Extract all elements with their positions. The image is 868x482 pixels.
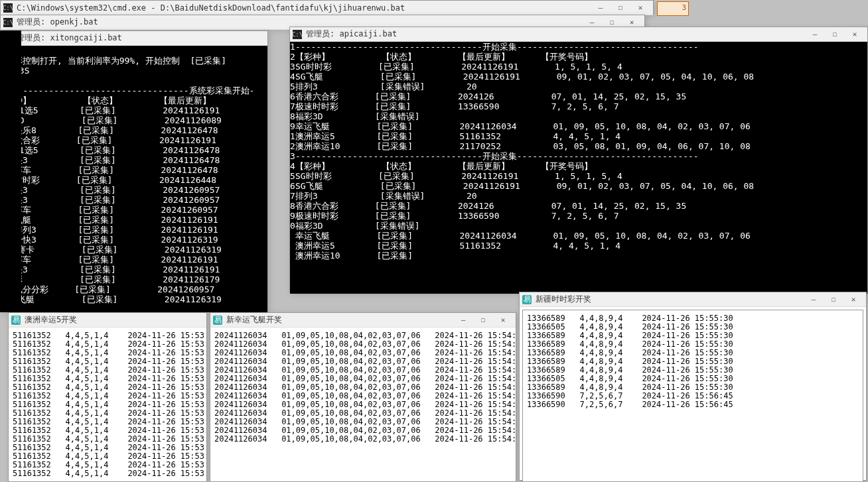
minimize-button[interactable]: —	[453, 314, 473, 327]
window-xinjiangssc[interactable]: 易 新疆时时彩开奖 — ☐ ✕ 13366589 4,4,8,9,4 2024-…	[519, 292, 867, 481]
maximize-button[interactable]: ☐	[611, 1, 630, 15]
close-button[interactable]: ✕	[845, 28, 865, 41]
titlebar-jihuarenwu[interactable]: C:\ C:\Windows\system32\cmd.exe - D:\Bai…	[1, 1, 653, 15]
titlebar-xinxingyunfeiting[interactable]: 易 新幸运飞艇开奖 — ☐ ✕	[210, 313, 516, 328]
window-xitongcaiji[interactable]: C:\ 管理员: xitongcaiji.bat 采集 未眠系统彩控制打开, 当…	[0, 30, 268, 312]
console-xitongcaiji[interactable]: 采集 未眠系统彩控制打开, 当前利润率为99%, 开始控制 [已采集] 采眠 休…	[0, 46, 267, 312]
window-xinxingyunfeiting[interactable]: 易 新幸运飞艇开奖 — ☐ ✕ 20241126034 01,09,05,10,…	[210, 312, 516, 482]
app-icon: 易	[11, 316, 21, 325]
title-xitongcaiji: 管理员: xitongcaiji.bat	[17, 32, 265, 44]
content-aozhou5[interactable]: 51161352 4,4,5,1,4 2024-11-26 15:53:40 5…	[9, 328, 206, 481]
title-apicaiji: 管理员: apicaiji.bat	[306, 29, 805, 40]
cmd-icon: C:\	[3, 18, 13, 27]
window-aozhou5[interactable]: 易 澳洲幸运5开奖 51161352 4,4,5,1,4 2024-11-26 …	[8, 312, 207, 482]
titlebar-apicaiji[interactable]: C:\ 管理员: apicaiji.bat — ☐ ✕	[290, 27, 867, 42]
maximize-button[interactable]: ☐	[473, 314, 493, 327]
window-jihuarenwu[interactable]: C:\ C:\Windows\system32\cmd.exe - D:\Bai…	[0, 0, 654, 15]
console-apicaiji[interactable]: ------------------------------------开始采集…	[295, 42, 867, 294]
maximize-button[interactable]: ☐	[825, 28, 845, 41]
close-button[interactable]: ✕	[493, 314, 513, 327]
titlebar-xinjiangssc[interactable]: 易 新疆时时彩开奖 — ☐ ✕	[520, 292, 866, 307]
content-xinjiangssc[interactable]: 13366589 4,4,8,9,4 2024-11-26 15:55:30 1…	[522, 310, 863, 482]
close-button[interactable]: ✕	[630, 1, 650, 15]
minimize-button[interactable]: —	[804, 293, 824, 306]
minimize-button[interactable]: —	[591, 1, 611, 15]
titlebar-xitongcaiji[interactable]: C:\ 管理员: xitongcaiji.bat	[1, 31, 267, 46]
maximize-button[interactable]: ☐	[824, 293, 843, 306]
close-button[interactable]: ✕	[843, 293, 863, 306]
cmd-icon: C:\	[3, 3, 13, 13]
console-apicaiji-leftstrip: 1 2 3 4 5 6 7 8 9 1 2 3 4 5 6 7 8 9 0	[290, 42, 295, 294]
content-xinxingyunfeiting[interactable]: 20241126034 01,09,05,10,08,04,02,03,07,0…	[210, 328, 516, 481]
console-bg-left	[0, 30, 21, 312]
background-fragment: 3	[657, 1, 689, 16]
window-apicaiji[interactable]: C:\ 管理员: apicaiji.bat — ☐ ✕ 1 2 3 4 5 6 …	[289, 27, 868, 293]
title-jihuarenwu: C:\Windows\system32\cmd.exe - D:\BaiduNe…	[17, 3, 591, 13]
app-icon: 易	[213, 316, 222, 325]
cmd-icon: C:\	[293, 30, 302, 39]
title-aozhou5: 澳洲幸运5开奖	[25, 314, 204, 326]
titlebar-aozhou5[interactable]: 易 澳洲幸运5开奖	[9, 313, 206, 328]
title-xinxingyunfeiting: 新幸运飞艇开奖	[226, 314, 453, 326]
minimize-button[interactable]: —	[805, 28, 825, 41]
title-xinjiangssc: 新疆时时彩开奖	[536, 294, 804, 305]
app-icon: 易	[522, 295, 532, 304]
